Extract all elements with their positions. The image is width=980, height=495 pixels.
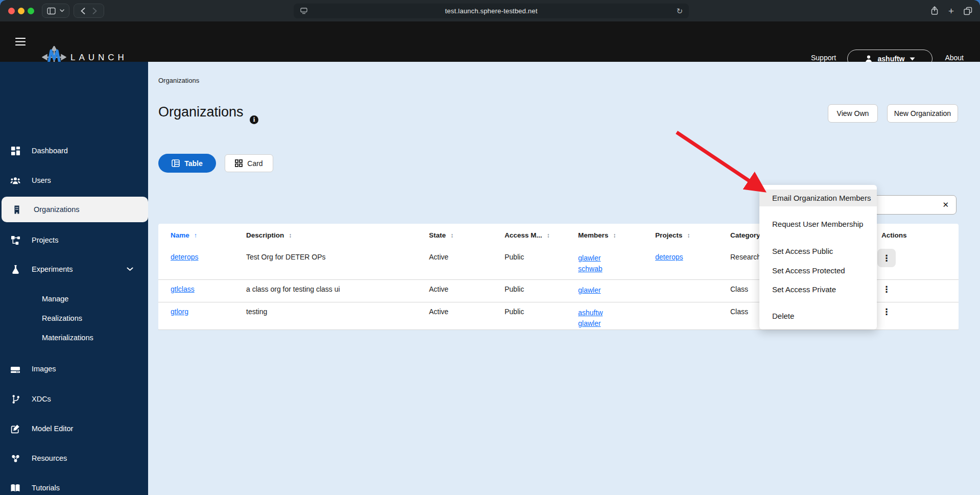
sidebar-item-label: Realizations — [42, 314, 82, 322]
org-description: a class org for testing class ui — [246, 285, 340, 293]
address-bar[interactable]: test.launch.sphere-testbed.net ↻ — [294, 4, 689, 18]
sitemap-icon — [10, 235, 20, 245]
view-own-button[interactable]: View Own — [828, 104, 878, 123]
sidebar-item-manage[interactable]: Manage — [0, 290, 148, 308]
share-icon[interactable] — [930, 6, 939, 16]
member-link[interactable]: schwab — [578, 264, 602, 274]
minimize-window-button[interactable] — [18, 8, 25, 14]
card-view-label: Card — [247, 159, 262, 168]
sidebar-item-resources[interactable]: Resources — [0, 448, 148, 468]
drive-icon — [10, 364, 20, 374]
column-header-description[interactable]: Description↕ — [246, 231, 292, 239]
sort-icon[interactable]: ↕ — [289, 232, 292, 239]
breadcrumb: Organizations — [158, 77, 199, 84]
sort-asc-icon[interactable]: ↑ — [194, 232, 197, 239]
back-button[interactable] — [81, 8, 85, 14]
edit-icon — [10, 423, 20, 434]
new-tab-icon[interactable]: + — [948, 6, 954, 16]
column-header-members[interactable]: Members↕ — [578, 231, 616, 239]
logo-text: LAUNCH — [70, 53, 128, 63]
org-access-mode: Public — [505, 285, 524, 293]
sidebar-item-projects[interactable]: Projects — [0, 230, 148, 250]
table-bottom-border — [158, 329, 959, 330]
sidebar-item-dashboard[interactable]: Dashboard — [0, 140, 148, 161]
zoom-window-button[interactable] — [28, 8, 34, 14]
forward-button[interactable] — [92, 8, 97, 14]
app-header: LAUNCH Support ashuftw About — [0, 21, 980, 62]
sidebar-item-users[interactable]: Users — [0, 170, 148, 191]
reload-icon[interactable]: ↻ — [676, 7, 683, 16]
sidebar-panel-icon — [47, 7, 56, 15]
row-actions-kebab-button[interactable]: ⋮ — [877, 249, 896, 267]
column-header-name[interactable]: Name↑ — [171, 231, 197, 239]
browser-sidebar-toggle[interactable] — [42, 4, 69, 18]
sidebar-item-tutorials[interactable]: Tutorials — [0, 478, 148, 495]
column-header-projects[interactable]: Projects↕ — [655, 231, 690, 239]
menu-item-request-user-membership[interactable]: Request User Membership — [759, 216, 877, 232]
sidebar-item-label: XDCs — [32, 395, 51, 403]
clear-filter-icon[interactable]: ✕ — [942, 200, 949, 209]
sidebar-item-realizations[interactable]: Realizations — [0, 309, 148, 327]
org-members: glawler schwab — [578, 253, 602, 274]
sidebar-item-experiments[interactable]: Experiments — [0, 259, 148, 279]
sort-icon[interactable]: ↕ — [687, 232, 690, 239]
column-header-state[interactable]: State↕ — [429, 231, 453, 239]
org-name-link[interactable]: gtlorg — [171, 308, 188, 316]
row-actions-kebab-button[interactable]: ⋮ — [877, 280, 896, 298]
sidebar-item-model-editor[interactable]: Model Editor — [0, 418, 148, 439]
member-link[interactable]: glawler — [578, 318, 603, 329]
org-category: Research — [730, 253, 761, 261]
menu-item-delete[interactable]: Delete — [759, 308, 877, 324]
menu-item-set-access-public[interactable]: Set Access Public — [759, 243, 877, 260]
support-link[interactable]: Support — [811, 54, 836, 62]
dashboard-icon — [10, 146, 20, 156]
org-category: Class — [730, 308, 748, 316]
sidebar-item-label: Projects — [32, 236, 58, 244]
sidebar-item-organizations[interactable]: Organizations — [2, 197, 148, 222]
member-link[interactable]: glawler — [578, 285, 601, 296]
org-state: Active — [429, 308, 448, 316]
project-link[interactable]: deterops — [655, 253, 683, 261]
column-header-access-mode[interactable]: Access M...↕ — [505, 231, 550, 239]
page-settings-icon[interactable] — [300, 8, 307, 14]
about-link[interactable]: About — [945, 54, 964, 62]
org-access-mode: Public — [505, 308, 524, 316]
hamburger-menu-icon[interactable] — [15, 37, 26, 46]
row-actions-kebab-button[interactable]: ⋮ — [877, 302, 896, 321]
sidebar-item-label: Resources — [32, 454, 67, 462]
org-access-mode: Public — [505, 253, 524, 261]
info-icon[interactable]: i — [250, 115, 258, 124]
chrome-right-buttons: + — [930, 4, 973, 18]
flask-icon — [10, 264, 20, 274]
org-name-link[interactable]: deterops — [171, 253, 198, 261]
menu-item-set-access-protected[interactable]: Set Access Protected — [759, 262, 877, 279]
sort-icon[interactable]: ↕ — [547, 232, 550, 239]
menu-item-email-organization-members[interactable]: Email Organization Members — [759, 190, 877, 206]
card-view-toggle[interactable]: Card — [225, 154, 273, 172]
sidebar-item-label: Materializations — [42, 334, 93, 342]
org-name-link[interactable]: gtlclass — [171, 285, 195, 293]
sidebar-item-label: Images — [32, 365, 56, 373]
org-state: Active — [429, 253, 448, 261]
org-state: Active — [429, 285, 448, 293]
row-actions-menu: Email Organization Members Request User … — [759, 185, 877, 329]
member-link[interactable]: ashuftw — [578, 308, 603, 318]
tab-overview-icon[interactable] — [963, 6, 973, 16]
org-members: ashuftw glawler — [578, 308, 603, 329]
browser-nav-buttons — [74, 4, 104, 18]
sort-icon[interactable]: ↕ — [450, 232, 453, 239]
table-view-toggle[interactable]: Table — [158, 154, 216, 173]
sort-icon[interactable]: ↕ — [613, 232, 616, 239]
book-icon — [10, 483, 20, 493]
new-organization-button[interactable]: New Organization — [887, 104, 958, 123]
sidebar-item-images[interactable]: Images — [0, 359, 148, 379]
sidebar-item-label: Users — [32, 176, 51, 184]
close-window-button[interactable] — [8, 8, 15, 14]
member-link[interactable]: glawler — [578, 253, 602, 264]
menu-item-set-access-private[interactable]: Set Access Private — [759, 281, 877, 298]
screen: test.launch.sphere-testbed.net ↻ + — [0, 0, 980, 495]
sidebar-nav: Dashboard Users Organizations Projects E — [0, 62, 148, 495]
sidebar-item-materializations[interactable]: Materializations — [0, 328, 148, 347]
column-header-category: Category — [730, 231, 760, 239]
sidebar-item-xdcs[interactable]: XDCs — [0, 389, 148, 409]
